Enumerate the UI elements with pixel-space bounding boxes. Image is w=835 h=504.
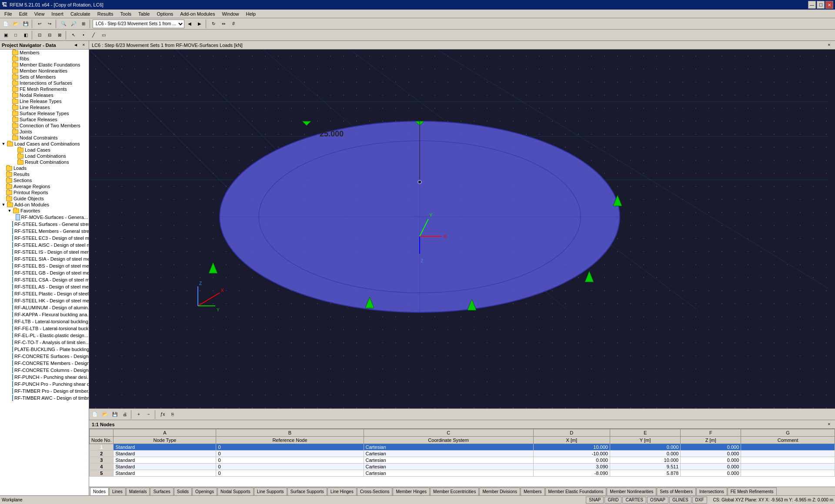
tree-item[interactable]: Joints [0, 129, 89, 135]
menu-item-results[interactable]: Results [94, 10, 117, 17]
table-row[interactable]: 2Standard0Cartesian-10.0000.0000.000 [90, 451, 835, 457]
tree-item[interactable]: RF-STEEL AS - Design of steel mem... [0, 283, 89, 290]
tree-item[interactable]: RF-MOVE-Surfaces - Genera... [0, 214, 89, 221]
tree-item[interactable]: Line Release Types [0, 98, 89, 104]
sidebar-nav-left[interactable]: ◀ [72, 42, 79, 49]
table-copy-btn[interactable]: ⎘ [168, 410, 177, 419]
shade-button[interactable]: ◧ [21, 30, 30, 40]
bottom-panel-nav[interactable]: ✕ [825, 421, 832, 428]
table-formula-btn[interactable]: ƒx [158, 410, 167, 419]
tree-item[interactable]: RF-STEEL Plastic - Design of steel r... [0, 290, 89, 297]
tree-item[interactable]: RF-STEEL HK - Design of steel mer... [0, 297, 89, 304]
tree-item[interactable]: ▼Favorites [0, 208, 89, 214]
zoom-in-button[interactable]: 🔍 [59, 19, 68, 29]
prev-step-button[interactable]: ◀ [185, 19, 194, 29]
tree-item[interactable]: RF-STEEL Surfaces - General stress... [0, 221, 89, 228]
close-button[interactable]: ✕ [825, 1, 833, 9]
status-btn-snap[interactable]: SNAP [586, 497, 604, 504]
undo-button[interactable]: ↩ [35, 19, 44, 29]
tree-item[interactable]: RF-CONCRETE Members - Design c... [0, 360, 89, 367]
tree-item[interactable]: RF-STEEL BS - Design of steel men... [0, 262, 89, 269]
expand-icon[interactable]: ▼ [1, 141, 6, 146]
save-button[interactable]: 💾 [21, 19, 30, 29]
expand-icon[interactable]: ▼ [7, 208, 12, 213]
tree-item[interactable]: Load Combinations [0, 153, 89, 159]
tree-item[interactable]: RF-STEEL Members - General stres... [0, 228, 89, 235]
tree-item[interactable]: Members [0, 50, 89, 56]
table-row[interactable]: 1Standard0Cartesian10.0000.0000.000 [90, 444, 835, 451]
tab-openings[interactable]: Openings [192, 487, 217, 495]
surface-button[interactable]: ▭ [99, 30, 108, 40]
tree-item[interactable]: ▼Add-on Modules [0, 202, 89, 208]
menu-item-tools[interactable]: Tools [117, 10, 135, 17]
viewport-canvas[interactable]: X Y Z 25.000 X Y Z [89, 50, 835, 408]
table-open-btn[interactable]: 📂 [100, 410, 110, 419]
tree-item[interactable]: Loads [0, 165, 89, 171]
tree-item[interactable]: Member Nonlinearities [0, 68, 89, 74]
tab-line-hinges[interactable]: Line Hinges [327, 487, 357, 495]
tree-item[interactable]: RF-CONCRETE Columns - Design... [0, 367, 89, 374]
tree-item[interactable]: Ribs [0, 56, 89, 62]
redo-button[interactable]: ↪ [45, 19, 54, 29]
tab-fe-mesh-refinements[interactable]: FE Mesh Refinements [728, 487, 777, 495]
tree-item[interactable]: RF-FE-LTB - Lateral-torsional buck... [0, 325, 89, 332]
node-button[interactable]: • [79, 30, 88, 40]
tree-item[interactable]: Member Elastic Foundations [0, 62, 89, 68]
status-btn-glines[interactable]: GLINES [669, 497, 691, 504]
tree-item[interactable]: Sections [0, 177, 89, 183]
tree-item[interactable]: Average Regions [0, 183, 89, 189]
tab-member-eccentricities[interactable]: Member Eccentricities [430, 487, 479, 495]
status-btn-osnap[interactable]: OSNAP [647, 497, 668, 504]
wireframe-button[interactable]: □ [11, 30, 20, 40]
tree-item[interactable]: RF-STEEL AISC - Design of steel m... [0, 242, 89, 249]
tree-item[interactable]: RF-STEEL GB - Design of steel mer... [0, 269, 89, 276]
menu-item-help[interactable]: Help [243, 10, 260, 17]
status-btn-dxf[interactable]: DXF [692, 497, 707, 504]
zoom-out-button[interactable]: 🔎 [69, 19, 78, 29]
menu-item-table[interactable]: Table [135, 10, 153, 17]
zoom-all-button[interactable]: ⊞ [79, 19, 88, 29]
tab-line-supports[interactable]: Line Supports [254, 487, 287, 495]
tab-cross-sections[interactable]: Cross-Sections [357, 487, 393, 495]
tree-item[interactable]: RF-ALUMINUM - Design of alumin... [0, 304, 89, 311]
bottom-table[interactable]: ABCDEFGNode No.Node TypeReference NodeCo… [89, 429, 835, 487]
line-button[interactable]: ╱ [89, 30, 98, 40]
menu-item-view[interactable]: View [31, 10, 48, 17]
viewport-close[interactable]: ✕ [825, 42, 832, 49]
tab-nodal-supports[interactable]: Nodal Supports [217, 487, 254, 495]
menu-item-insert[interactable]: Insert [48, 10, 67, 17]
tab-lines[interactable]: Lines [109, 487, 126, 495]
menu-item-window[interactable]: Window [218, 10, 242, 17]
select-button[interactable]: ↖ [69, 30, 78, 40]
next-step-button[interactable]: ▶ [195, 19, 204, 29]
menu-item-file[interactable]: File [1, 10, 16, 17]
tree-item[interactable]: Printout Reports [0, 189, 89, 196]
tab-solids[interactable]: Solids [174, 487, 192, 495]
tree-item[interactable]: Sets of Members [0, 74, 89, 80]
tree-item[interactable]: RF-EL-PL - Elastic-plastic design... [0, 332, 89, 339]
tree-item[interactable]: Results [0, 171, 89, 177]
tree-item[interactable]: Guide Objects [0, 196, 89, 202]
tree-item[interactable]: RF-KAPPA - Flexural buckling ana... [0, 311, 89, 318]
tree-item[interactable]: RF-PUNCH - Punching shear desi... [0, 374, 89, 381]
tree-item[interactable]: RF-LTB - Lateral-torsional buckling... [0, 318, 89, 325]
tree-item[interactable]: RF-STEEL IS - Design of steel mem... [0, 249, 89, 255]
tree-item[interactable]: Nodal Constraints [0, 135, 89, 141]
minimize-button[interactable]: — [808, 1, 816, 9]
tree-item[interactable]: Surface Releases [0, 116, 89, 123]
sidebar-tree[interactable]: MembersRibsMember Elastic FoundationsMem… [0, 50, 89, 495]
menu-item-options[interactable]: Options [153, 10, 177, 17]
tab-member-elastic-foundations[interactable]: Member Elastic Foundations [545, 487, 607, 495]
render-button[interactable]: ▣ [1, 30, 10, 40]
tree-item[interactable]: Load Cases [0, 147, 89, 153]
tree-item[interactable]: RF-CONCRETE Surfaces - Design c... [0, 353, 89, 360]
lc-selector[interactable]: LC6 - Step 6/23 Movement Sets 1 from ... [93, 20, 184, 28]
open-button[interactable]: 📂 [11, 19, 20, 29]
tree-item[interactable]: RF-TIMBER Pro - Design of timber... [0, 388, 89, 395]
tree-item[interactable]: RF-C-TO-T - Analysis of limit slen... [0, 339, 89, 346]
table-add-row-btn[interactable]: + [134, 410, 144, 419]
mirror-button[interactable]: ⇔ [219, 19, 228, 29]
menu-item-add-on-modules[interactable]: Add-on Modules [177, 10, 218, 17]
table-row[interactable]: 3Standard0Cartesian0.00010.0000.000 [90, 457, 835, 464]
tree-item[interactable]: Line Releases [0, 104, 89, 110]
